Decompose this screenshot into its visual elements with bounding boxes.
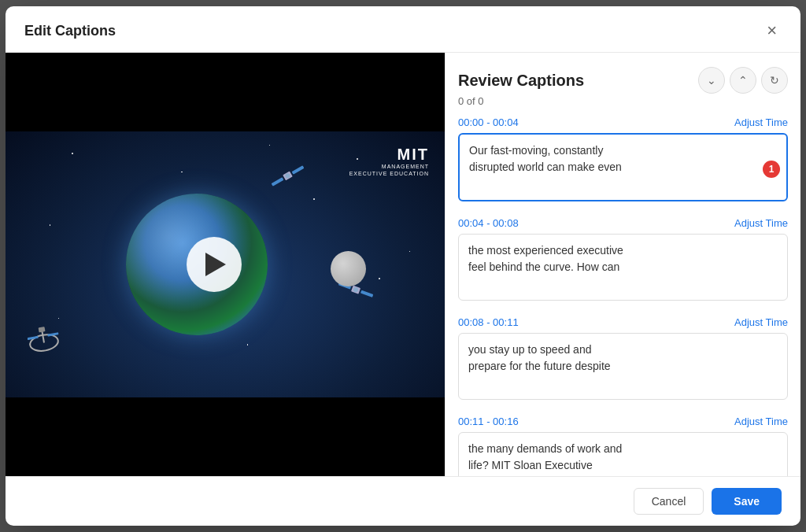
caption-text-1[interactable]: Our fast-moving, constantly disrupted wo… (458, 133, 788, 201)
cancel-button[interactable]: Cancel (634, 488, 704, 515)
svg-line-9 (42, 331, 44, 343)
nav-down-button[interactable]: ⌄ (698, 67, 725, 94)
nav-controls: ⌄ ⌃ ↻ (698, 67, 788, 94)
svg-rect-6 (360, 290, 372, 297)
nav-up-button[interactable]: ⌃ (730, 67, 756, 94)
caption-time-row-3: 00:08 - 00:11 Adjust Time (458, 316, 788, 328)
modal-header: Edit Captions × (6, 6, 800, 53)
caption-time-3: 00:08 - 00:11 (458, 316, 519, 328)
nav-refresh-button[interactable]: ↻ (761, 67, 788, 94)
svg-rect-2 (291, 165, 304, 174)
modal-title: Edit Captions (24, 23, 116, 39)
mit-logo: MIT MANAGEMENT EXECUTIVE EDUCATION (349, 146, 429, 177)
captions-title-row: Review Captions ⌄ ⌃ ↻ (458, 67, 788, 94)
adjust-time-button-4[interactable]: Adjust Time (734, 416, 788, 427)
caption-time-2: 00:04 - 00:08 (458, 217, 519, 229)
video-top-black (6, 53, 445, 131)
star-10 (409, 251, 410, 252)
captions-count: 0 of 0 (458, 95, 788, 107)
captions-list[interactable]: 00:00 - 00:04 Adjust Time Our fast-movin… (446, 116, 800, 476)
play-button[interactable] (187, 237, 242, 292)
caption-item-2: 00:04 - 00:08 Adjust Time the most exper… (458, 217, 788, 304)
modal-footer: Cancel Save (6, 476, 800, 526)
svg-rect-10 (38, 327, 45, 332)
adjust-time-button-2[interactable]: Adjust Time (734, 217, 788, 229)
modal-overlay: Edit Captions × (0, 0, 806, 532)
star-5 (50, 224, 51, 226)
star-6 (379, 278, 380, 279)
captions-header: Review Captions ⌄ ⌃ ↻ 0 of 0 (446, 53, 800, 116)
svg-rect-1 (271, 177, 283, 186)
mit-logo-sub1: MANAGEMENT (349, 163, 429, 170)
caption-text-3[interactable]: you stay up to speed and prepare for the… (458, 333, 788, 400)
caption-time-4: 00:11 - 00:16 (458, 416, 519, 427)
caption-time-row-1: 00:00 - 00:04 Adjust Time (458, 116, 788, 128)
moon (331, 251, 366, 286)
caption-time-1: 00:00 - 00:04 (458, 116, 519, 128)
video-panel: MIT MANAGEMENT EXECUTIVE EDUCATION (6, 53, 445, 476)
error-badge-1: 1 (763, 161, 780, 178)
edit-captions-modal: Edit Captions × (6, 6, 800, 526)
adjust-time-button-3[interactable]: Adjust Time (734, 316, 788, 328)
caption-textarea-wrapper-1: Our fast-moving, constantly disrupted wo… (458, 133, 788, 205)
video-content: MIT MANAGEMENT EXECUTIVE EDUCATION (6, 131, 445, 397)
caption-text-4[interactable]: the many demands of work and life? MIT S… (458, 432, 788, 476)
mit-logo-sub2: EXECUTIVE EDUCATION (349, 170, 429, 177)
caption-textarea-wrapper-4: the many demands of work and life? MIT S… (458, 432, 788, 476)
captions-panel: Review Captions ⌄ ⌃ ↻ 0 of 0 00:00 - 00:… (445, 53, 800, 476)
review-captions-title: Review Captions (458, 72, 584, 90)
caption-item-4: 00:11 - 00:16 Adjust Time the many deman… (458, 416, 788, 476)
play-icon (205, 253, 226, 276)
caption-item-3: 00:08 - 00:11 Adjust Time you stay up to… (458, 316, 788, 403)
caption-textarea-wrapper-2: the most experienced executive feel behi… (458, 234, 788, 304)
mit-logo-text: MIT (349, 146, 429, 163)
star-8 (247, 344, 249, 345)
caption-time-row-4: 00:11 - 00:16 Adjust Time (458, 416, 788, 427)
adjust-time-button-1[interactable]: Adjust Time (734, 116, 788, 128)
video-bottom-black (6, 397, 445, 476)
svg-point-8 (28, 333, 59, 353)
close-button[interactable]: × (762, 20, 782, 41)
save-button[interactable]: Save (712, 488, 782, 515)
caption-textarea-wrapper-3: you stay up to speed and prepare for the… (458, 333, 788, 403)
star-2 (181, 172, 183, 173)
modal-body: MIT MANAGEMENT EXECUTIVE EDUCATION (6, 53, 800, 476)
caption-time-row-2: 00:04 - 00:08 Adjust Time (458, 217, 788, 229)
star-1 (72, 153, 73, 154)
star-3 (313, 198, 315, 200)
star-4 (269, 145, 270, 146)
caption-text-2[interactable]: the most experienced executive feel behi… (458, 234, 788, 301)
caption-item-1: 00:00 - 00:04 Adjust Time Our fast-movin… (458, 116, 788, 205)
